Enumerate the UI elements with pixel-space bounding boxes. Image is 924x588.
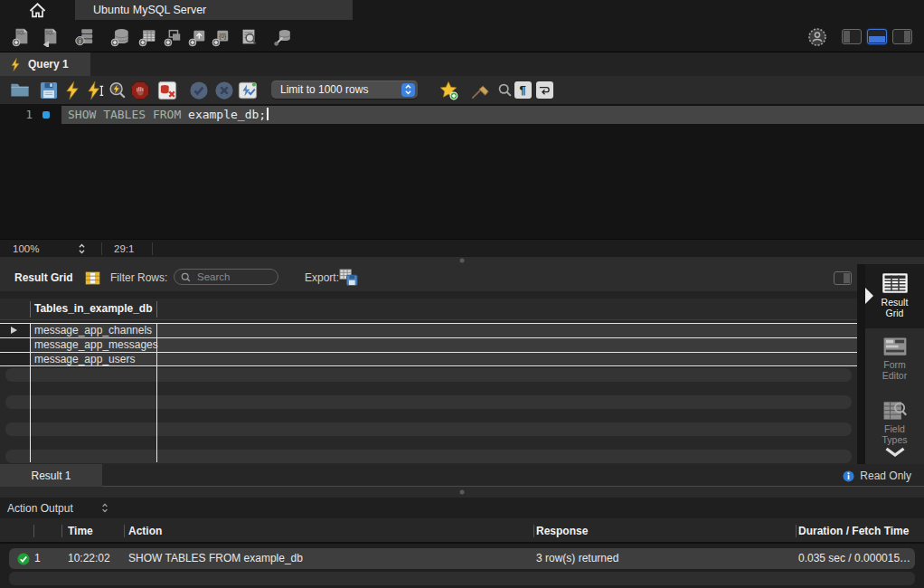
horizontal-splitter[interactable] [0, 487, 924, 498]
row-response: 3 row(s) returned [536, 552, 618, 565]
action-output-title: Action Output [7, 502, 73, 515]
column-header-time[interactable]: Time [68, 525, 93, 537]
toggle-output-area-icon [869, 36, 885, 43]
read-only-status: Read Only [843, 469, 911, 482]
execute-current-statement-button[interactable] [85, 80, 107, 100]
sidebar-item-form-editor[interactable]: Form Editor [865, 328, 924, 393]
execute-button[interactable] [61, 80, 83, 100]
create-view-icon [163, 27, 183, 47]
create-function-button[interactable]: {0} [209, 25, 231, 48]
line-number: 1 [0, 106, 33, 124]
row-gutter[interactable] [0, 338, 30, 352]
toggle-right-sidebar-icon [904, 31, 910, 43]
toggle-stop-on-error-button[interactable] [156, 80, 178, 100]
column-divider [533, 525, 534, 537]
editor-status-bar: 100% 29:1 [0, 239, 924, 257]
result-grid-panel: Tables_in_example_db message_app_channel… [0, 291, 857, 464]
home-icon [29, 3, 46, 18]
sidebar-item-label: Field Types [872, 424, 918, 445]
table-cell[interactable]: message_app_users [30, 353, 857, 365]
sql-identifier: example_db; [188, 108, 266, 121]
empty-row [0, 436, 857, 450]
action-output-row[interactable]: 1 10:22:02 SHOW TABLES FROM example_db 3… [9, 548, 915, 569]
save-snippet-button[interactable] [438, 80, 459, 100]
admin-badge-button[interactable] [806, 25, 828, 48]
column-divider [33, 525, 34, 537]
search-objects-button[interactable] [237, 25, 259, 48]
table-cell[interactable]: message_app_channels [30, 324, 857, 337]
table-row[interactable]: message_app_channels [0, 323, 857, 337]
toggle-left-sidebar-button[interactable] [842, 29, 862, 44]
horizontal-splitter[interactable] [0, 257, 924, 264]
svg-text:i: i [79, 36, 80, 44]
create-procedure-button[interactable] [185, 25, 208, 48]
table-row[interactable]: message_app_messages [0, 337, 857, 352]
action-output-header-row: Time Action Response Duration / Fetch Ti… [0, 518, 924, 544]
server-config-button[interactable] [271, 25, 294, 48]
svg-text:SQL: SQL [16, 31, 25, 35]
create-view-button[interactable] [161, 25, 184, 48]
open-sql-file-button[interactable]: SQL [38, 25, 61, 48]
new-query-tab-button[interactable]: SQL [9, 25, 32, 48]
limit-rows-dropdown[interactable]: Limit to 1000 rows [271, 81, 418, 99]
toggle-output-area-button[interactable] [867, 29, 887, 44]
save-script-icon [40, 81, 58, 100]
row-gutter[interactable] [0, 324, 30, 337]
column-divider[interactable] [156, 301, 157, 318]
svg-text:SQL: SQL [45, 31, 54, 35]
save-script-button[interactable] [38, 80, 60, 100]
chevron-down-icon[interactable] [884, 445, 906, 461]
row-index: 1 [34, 552, 41, 565]
beautify-button[interactable] [469, 80, 491, 100]
table-cell[interactable]: message_app_messages [30, 338, 857, 352]
zoom-stepper-icon[interactable] [78, 243, 86, 257]
create-table-icon [137, 27, 157, 47]
create-table-button[interactable] [136, 25, 158, 48]
grid-header-row[interactable]: Tables_in_example_db [0, 299, 857, 320]
row-gutter[interactable] [0, 353, 30, 365]
column-header: Tables_in_example_db [34, 302, 153, 315]
home-tab[interactable] [0, 0, 75, 20]
column-header-action[interactable]: Action [128, 525, 162, 537]
create-schema-button[interactable] [108, 25, 131, 48]
grid-body: message_app_channels message_app_message… [0, 320, 857, 464]
open-script-icon [10, 81, 30, 99]
result-view-sidebar: Result Grid Form Editor Field Types [865, 264, 924, 464]
column-header-response[interactable]: Response [536, 525, 588, 537]
splitter-handle [460, 490, 465, 495]
result-tab-label: Result 1 [31, 469, 71, 482]
toggle-right-sidebar-button[interactable] [892, 29, 912, 44]
tab-query-1[interactable]: Query 1 [0, 52, 90, 76]
result-grid-toolbar: Result Grid Filter Rows: Export: [0, 264, 857, 291]
column-divider[interactable] [30, 301, 31, 318]
table-row[interactable]: message_app_users [0, 352, 857, 366]
column-divider [61, 525, 62, 537]
sort-stepper-icon[interactable] [101, 503, 108, 516]
connection-tab[interactable]: Ubuntu MySQL Server [75, 0, 353, 20]
explain-button[interactable] [107, 80, 128, 100]
execute-icon [64, 81, 80, 100]
code-line[interactable]: SHOW TABLES FROM example_db; [68, 106, 269, 124]
collapse-panel-button[interactable] [834, 271, 852, 285]
open-script-button[interactable] [9, 80, 31, 100]
stop-button[interactable] [129, 80, 151, 100]
filter-search-box[interactable] [174, 269, 278, 285]
export-button[interactable] [339, 269, 358, 289]
search-input[interactable] [195, 270, 266, 283]
column-header-duration[interactable]: Duration / Fetch Time [798, 525, 909, 537]
sql-editor[interactable]: 1 SHOW TABLES FROM example_db; [0, 104, 924, 239]
toggle-autocommit-button[interactable] [237, 80, 259, 100]
toggle-left-sidebar-icon [844, 31, 850, 43]
result-tab-bar: Result 1 Read Only [0, 464, 924, 487]
invisible-chars-button[interactable]: ¶ [512, 80, 533, 100]
title-bar: Ubuntu MySQL Server [0, 0, 924, 20]
rollback-button[interactable] [213, 80, 235, 100]
server-status-button[interactable]: i [72, 25, 95, 48]
commit-button[interactable] [188, 80, 210, 100]
tab-result-1[interactable]: Result 1 [0, 464, 102, 487]
sidebar-item-result-grid[interactable]: Result Grid [865, 264, 924, 328]
result-grid-icon [85, 271, 100, 288]
grid-column-line [156, 323, 157, 462]
wrap-text-button[interactable] [533, 80, 555, 100]
server-config-icon [273, 27, 293, 47]
